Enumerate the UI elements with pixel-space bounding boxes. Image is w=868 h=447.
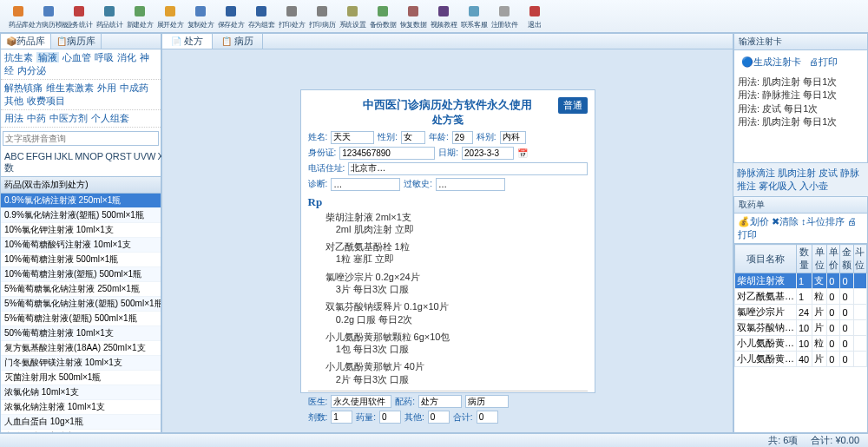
drug-item[interactable]: 浓氯化钠 10ml×1支 [1,385,161,400]
category-link[interactable]: 个人组套 [91,113,129,123]
category-link[interactable]: 收费项目 [27,95,65,106]
rx-dx[interactable] [331,178,400,191]
alpha-link[interactable]: 数 [4,162,14,173]
copy-rx-button[interactable]: 复制处方 [187,1,214,32]
save-rx-button[interactable]: 保存处方 [217,1,245,32]
gen-inj-card[interactable]: 🔵生成注射卡 [741,56,804,67]
drug-item[interactable]: 0.9%氯化钠注射液 250ml×1瓶 [1,194,161,208]
drug-item[interactable]: 乳酸钠林格注射液 500ml×1瓶 [1,430,161,432]
drug-item[interactable]: 5%葡萄糖注射液(塑瓶) 500ml×1瓶 [1,312,161,326]
action-link[interactable]: 入小壶 [799,181,828,191]
rx-dosecount[interactable] [379,411,401,424]
new-rx-button[interactable]: 新建处方 [126,1,154,32]
drug-item[interactable]: 人血白蛋白 10g×1瓶 [1,415,161,430]
category-link[interactable]: 输液 [36,52,59,62]
med-row[interactable]: 小儿氨酚黄…40片00 [735,352,867,367]
rx-name[interactable] [331,131,374,144]
inj-line: 用法: 静脉推注 每日1次 [738,89,864,102]
alpha-link[interactable]: UVW [134,151,156,161]
rx-gender[interactable] [401,131,425,144]
category-link[interactable]: 心血管 [62,52,91,62]
rx-id[interactable] [339,147,435,160]
rx-allergy[interactable] [436,178,505,191]
drug-item[interactable]: 10%葡萄糖酸钙注射液 10ml×1支 [1,238,161,253]
tab-record[interactable]: 📋病历 [213,34,263,49]
tab-record-lib[interactable]: 📋 病历库 [51,34,102,49]
rx-date[interactable] [462,147,514,160]
expand-rx-button[interactable]: 展开处方 [156,1,184,32]
print-rec-button[interactable]: 打印病历 [308,1,336,32]
med-row[interactable]: 小儿氨酚黄…10粒00 [735,336,867,352]
drug-item[interactable]: 50%葡萄糖注射液 10ml×1支 [1,326,161,341]
category-link[interactable]: 用法 [4,113,23,123]
alpha-link[interactable]: IJKL [54,151,73,161]
alpha-link[interactable]: MNOP [75,151,103,161]
drug-item[interactable]: 0.9%氯化钠注射液(塑瓶) 500ml×1瓶 [1,208,161,223]
backup-button[interactable]: 备份数据 [369,1,397,32]
category-link[interactable]: 抗生素 [4,52,33,62]
rx-total[interactable] [477,411,498,424]
rx-dispense[interactable] [418,395,462,408]
category-link[interactable]: 消化 [117,52,136,62]
drug-item[interactable]: 5%葡萄糖氯化钠注射液 250ml×1瓶 [1,282,161,297]
settings-button[interactable]: 系统设置 [339,1,366,32]
drug-item[interactable]: 5%葡萄糖氯化钠注射液(塑瓶) 500ml×1瓶 [1,297,161,312]
inj-line: 用法: 皮试 每日1次 [738,102,864,115]
med-row[interactable]: 对乙酰氨基…1粒00 [735,289,867,305]
action-link[interactable]: 雾化吸入 [759,181,797,191]
rx-other[interactable] [428,411,450,424]
category-link[interactable]: 解热镇痛 [4,82,43,93]
rx-doctor[interactable] [331,395,391,408]
alpha-link[interactable]: ABC [4,151,24,161]
category-link[interactable]: 内分泌 [17,65,46,76]
category-link[interactable]: 中药 [27,113,46,123]
inj-line: 用法: 肌肉注射 每日1次 [738,115,864,128]
rx-dept[interactable] [500,131,526,144]
category-link[interactable]: 中医方剂 [49,113,88,123]
tab-drug-lib[interactable]: 📦 药品库 [1,34,51,49]
alpha-link[interactable]: EFGH [26,151,53,161]
support-button[interactable]: 联系客服 [460,1,488,32]
rx-age[interactable] [452,131,473,144]
action-link[interactable]: 静脉滴注 [737,168,775,178]
drug-item[interactable]: 门冬氨酸钾镁注射液 10ml×1支 [1,356,161,371]
alpha-link[interactable]: QRST [105,151,132,161]
category-link[interactable]: 其他 [4,95,23,106]
rx-dosenum[interactable] [331,411,352,424]
med-row[interactable]: 柴胡注射液1支00 [735,273,867,289]
drug-search-input[interactable] [3,131,159,146]
rx-template-button[interactable]: 处方病历模板 [35,1,62,32]
drug-item[interactable]: 10%氯化钾注射液 10ml×1支 [1,223,161,238]
action-link[interactable]: 皮试 [819,168,838,178]
drug-item[interactable]: 浓氯化钠注射液 10ml×1支 [1,400,161,415]
print-inj-card[interactable]: 🖨打印 [809,56,840,67]
category-link[interactable]: 维生素激素 [46,82,94,93]
med-tool-0[interactable]: 💰划价 [738,216,769,227]
video-button[interactable]: 视频教程 [430,1,457,32]
print-rx-button[interactable]: 打印处方 [278,1,306,32]
category-link[interactable]: 呼吸 [95,52,114,62]
register-button[interactable]: 注册软件 [490,1,518,32]
med-row[interactable]: 氯唑沙宗片24片00 [735,305,867,320]
rx-tel[interactable] [348,162,587,175]
med-tool-2[interactable]: ↕斗位排序 [801,216,845,227]
restore-button[interactable]: 恢复数据 [399,1,427,32]
drug-item[interactable]: 灭菌注射用水 500ml×1瓶 [1,371,161,385]
stats-button[interactable]: 业务统计 [65,1,93,32]
action-link[interactable]: 肌肉注射 [778,168,816,178]
category-link[interactable]: 中成药 [120,82,148,93]
category-link[interactable]: 外用 [97,82,116,93]
save-group-button[interactable]: 存为组套 [247,1,275,32]
drug-stats-button[interactable]: 药品统计 [95,1,123,32]
drug-item[interactable]: 10%葡萄糖注射液(塑瓶) 500ml×1瓶 [1,267,161,282]
exit-button[interactable]: 退出 [521,1,549,32]
med-tool-1[interactable]: ✖清除 [772,216,799,227]
med-row[interactable]: 双氯芬酸钠…10片00 [735,320,867,336]
drug-item[interactable]: 复方氨基酸注射液(18AA) 250ml×1支 [1,341,161,356]
drug-item[interactable]: 10%葡萄糖注射液 500ml×1瓶 [1,253,161,267]
rx-record[interactable] [465,395,509,408]
tab-rx[interactable]: 📄处方 [162,34,213,49]
svg-rect-13 [408,6,418,16]
copy-rx-icon [193,3,208,19]
med-cell: 氯唑沙宗片 [735,305,797,320]
